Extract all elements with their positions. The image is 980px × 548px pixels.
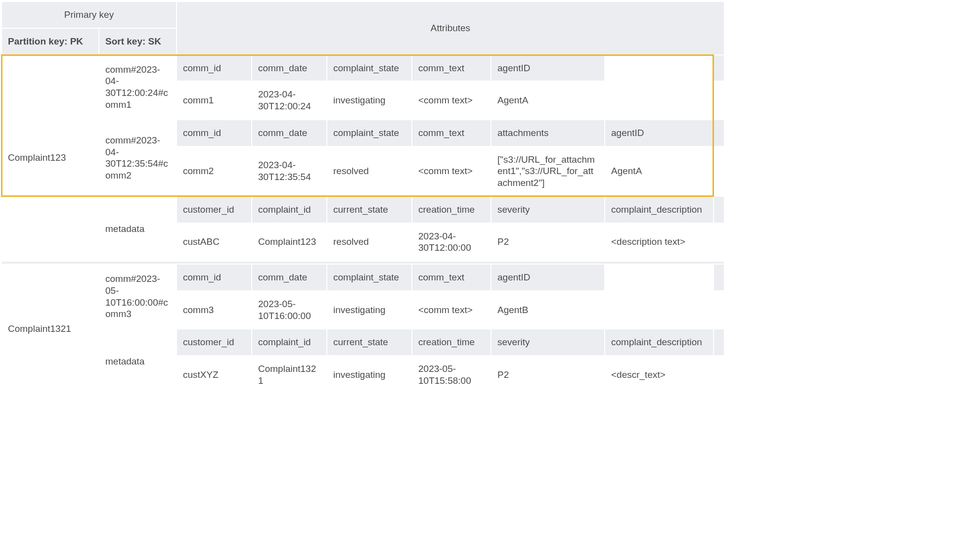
attr-name: comm_text bbox=[412, 120, 490, 146]
attr-value: AgentA bbox=[491, 82, 604, 119]
header-primary-key: Primary key bbox=[2, 2, 176, 28]
header-attributes: Attributes bbox=[177, 2, 724, 54]
attr-value: 2023-05-10T15:58:00 bbox=[412, 356, 490, 394]
attr-value: 2023-04-30T12:00:24 bbox=[252, 82, 326, 119]
attr-name: complaint_id bbox=[252, 197, 326, 223]
attr-value: investigating bbox=[327, 356, 411, 394]
attr-value: custXYZ bbox=[177, 356, 251, 394]
row-end-spacer bbox=[714, 224, 724, 261]
attr-value: resolved bbox=[327, 224, 411, 261]
row-end-spacer bbox=[714, 55, 724, 81]
attr-name: complaint_description bbox=[605, 197, 713, 223]
header-partition-key: Partition key: PK bbox=[2, 29, 98, 54]
attr-name: complaint_state bbox=[327, 265, 411, 290]
attr-name: attachments bbox=[491, 120, 604, 146]
attr-value: Complaint123 bbox=[252, 224, 326, 261]
attr-value: comm3 bbox=[177, 291, 251, 329]
attr-name: creation_time bbox=[412, 329, 490, 355]
attr-value: <comm text> bbox=[412, 291, 490, 329]
attr-name: comm_text bbox=[412, 265, 490, 290]
attr-name: comm_id bbox=[177, 120, 251, 146]
attr-name: customer_id bbox=[177, 329, 251, 355]
attr-name: complaint_state bbox=[327, 120, 411, 146]
attr-name: creation_time bbox=[412, 197, 490, 223]
table-container: Primary keyAttributesPartition key: PKSo… bbox=[2, 2, 978, 394]
attr-value: ["s3://URL_for_attachment1","s3://URL_fo… bbox=[491, 147, 604, 196]
attr-value: P2 bbox=[491, 356, 604, 394]
attr-value: comm1 bbox=[177, 82, 251, 119]
attr-name: complaint_description bbox=[605, 329, 713, 355]
attr-value bbox=[605, 291, 713, 329]
attr-value: investigating bbox=[327, 291, 411, 329]
attr-name: current_state bbox=[327, 329, 411, 355]
attr-name: comm_id bbox=[177, 55, 251, 81]
row-end-spacer bbox=[714, 265, 724, 290]
attr-value: 2023-05-10T16:00:00 bbox=[252, 291, 326, 329]
attr-value: comm2 bbox=[177, 147, 251, 196]
partition-key-value: Complaint123 bbox=[2, 55, 98, 261]
row-end-spacer bbox=[714, 197, 724, 223]
partition-key-value: Complaint1321 bbox=[2, 265, 98, 394]
attr-value: 2023-04-30T12:00:00 bbox=[412, 224, 490, 261]
group-separator bbox=[2, 262, 724, 264]
row-end-spacer bbox=[714, 329, 724, 355]
attr-name: comm_id bbox=[177, 265, 251, 290]
attr-value: Complaint1321 bbox=[252, 356, 326, 394]
row-end-spacer bbox=[714, 147, 724, 196]
row-end-spacer bbox=[714, 120, 724, 146]
attr-value: investigating bbox=[327, 82, 411, 119]
attr-name: comm_date bbox=[252, 120, 326, 146]
attr-name bbox=[605, 55, 713, 81]
sort-key-value: comm#2023-04-30T12:00:24#comm1 bbox=[99, 55, 176, 119]
attr-value: P2 bbox=[491, 224, 604, 261]
row-end-spacer bbox=[714, 291, 724, 329]
sort-key-value: metadata bbox=[99, 197, 176, 261]
row-end-spacer bbox=[714, 356, 724, 394]
attr-value: custABC bbox=[177, 224, 251, 261]
attr-name: agentID bbox=[491, 265, 604, 290]
sort-key-value: comm#2023-05-10T16:00:00#comm3 bbox=[99, 265, 176, 328]
attr-value bbox=[605, 82, 713, 119]
attr-value: AgentB bbox=[491, 291, 604, 329]
attr-name: comm_date bbox=[252, 265, 326, 290]
attr-name: complaint_state bbox=[327, 55, 411, 81]
attr-name: severity bbox=[491, 197, 604, 223]
attr-value: AgentA bbox=[605, 147, 713, 196]
attr-value: <description text> bbox=[605, 224, 713, 261]
attr-name: severity bbox=[491, 329, 604, 355]
attr-name: current_state bbox=[327, 197, 411, 223]
attr-name bbox=[605, 265, 713, 290]
row-end-spacer bbox=[714, 82, 724, 119]
attr-value: <comm text> bbox=[412, 147, 490, 196]
attr-name: comm_date bbox=[252, 55, 326, 81]
attr-name: comm_text bbox=[412, 55, 490, 81]
attr-value: <descr_text> bbox=[605, 356, 713, 394]
attr-name: customer_id bbox=[177, 197, 251, 223]
header-sort-key: Sort key: SK bbox=[99, 29, 176, 54]
attr-value: 2023-04-30T12:35:54 bbox=[252, 147, 326, 196]
attr-name: agentID bbox=[491, 55, 604, 81]
sort-key-value: metadata bbox=[99, 329, 176, 393]
data-table: Primary keyAttributesPartition key: PKSo… bbox=[2, 2, 978, 394]
attr-value: <comm text> bbox=[412, 82, 490, 119]
attr-name: complaint_id bbox=[252, 329, 326, 355]
attr-value: resolved bbox=[327, 147, 411, 196]
sort-key-value: comm#2023-04-30T12:35:54#comm2 bbox=[99, 120, 176, 196]
attr-name: agentID bbox=[605, 120, 713, 146]
